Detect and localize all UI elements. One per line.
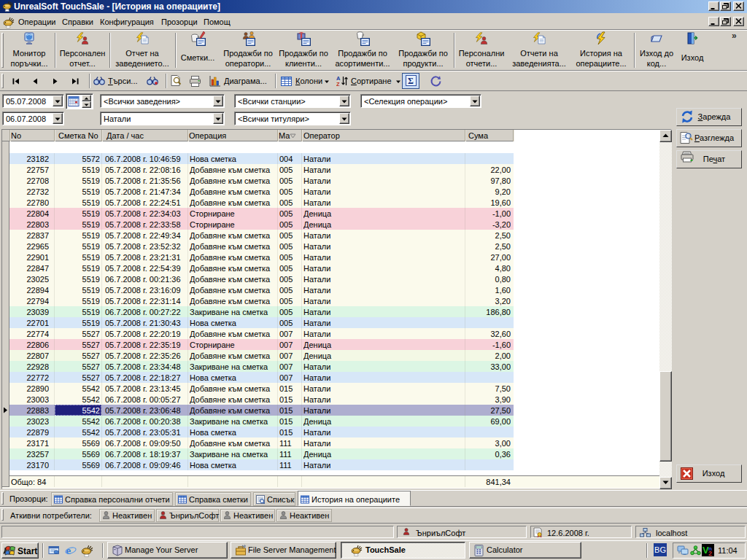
svg-text:e: e [66,545,71,556]
svg-text:Σ: Σ [408,76,414,86]
svg-text:Z: Z [336,81,340,87]
svg-text:2: 2 [708,550,712,556]
